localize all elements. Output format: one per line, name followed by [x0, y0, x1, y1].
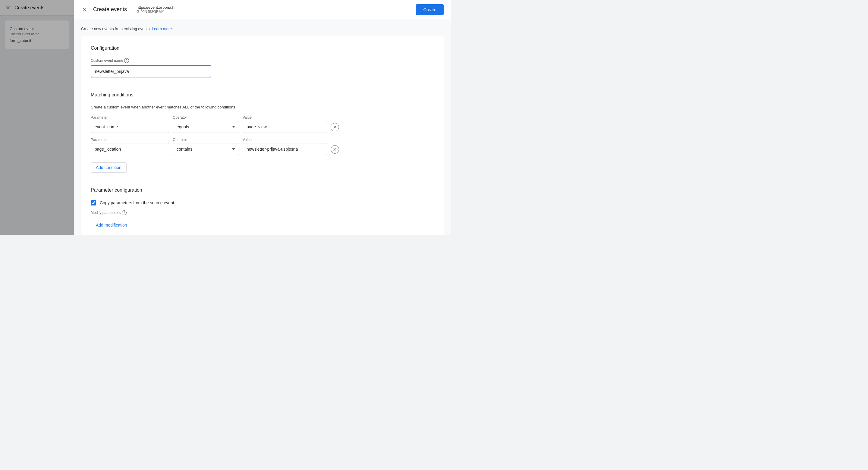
- condition-2-operator-select[interactable]: equals contains starts with ends with do…: [173, 143, 239, 155]
- condition-2-operator-field: Operator equals contains starts with end…: [173, 138, 239, 155]
- condition-1-operator-field: Operator equals contains starts with end…: [173, 115, 239, 133]
- modal-body: Create new events from existing events. …: [74, 19, 451, 235]
- condition-1-value-input[interactable]: [243, 121, 327, 133]
- modal-close-button[interactable]: [81, 6, 88, 13]
- condition-2-param-label: Parameter: [91, 138, 169, 142]
- modify-params-help-icon[interactable]: ?: [122, 210, 127, 215]
- condition-2-remove-button[interactable]: [331, 145, 339, 154]
- condition-2-value-field: Value: [243, 138, 327, 155]
- condition-1-param-input[interactable]: [91, 121, 169, 133]
- modal-header-left: Create events https://event.arbona.hr G-…: [81, 5, 416, 14]
- copy-params-row: Copy parameters from the source event: [91, 200, 434, 206]
- condition-2-operator-label: Operator: [173, 138, 239, 142]
- divider-1: [91, 85, 434, 85]
- modal: Create events https://event.arbona.hr G-…: [74, 0, 451, 235]
- modify-params-label-group: Modify parameters ?: [91, 210, 434, 215]
- divider-2: [91, 180, 434, 180]
- matching-conditions-title: Matching conditions: [91, 92, 434, 98]
- modal-url: https://event.arbona.hr: [136, 5, 176, 10]
- add-condition-button[interactable]: Add condition: [91, 162, 127, 173]
- learn-more-link[interactable]: Learn more: [152, 27, 172, 31]
- add-modification-button[interactable]: Add modification: [91, 220, 132, 230]
- conditions-subtitle: Create a custom event when another event…: [91, 105, 434, 109]
- condition-1-param-field: Parameter: [91, 115, 169, 133]
- modal-property: G-90N458GRMY: [136, 10, 176, 14]
- custom-event-name-group: Custom event name ?: [91, 58, 434, 77]
- condition-1-value-label: Value: [243, 115, 327, 120]
- parameter-configuration-title: Parameter configuration: [91, 187, 434, 193]
- condition-row-1: Parameter Operator equals contains start…: [91, 115, 434, 133]
- content-card: Configuration Custom event name ? Matchi…: [81, 36, 444, 235]
- info-bar: Create new events from existing events. …: [81, 27, 444, 31]
- copy-params-label: Copy parameters from the source event: [100, 200, 174, 205]
- configuration-section-title: Configuration: [91, 45, 434, 51]
- condition-1-operator-label: Operator: [173, 115, 239, 120]
- condition-row-2: Parameter Operator equals contains start…: [91, 138, 434, 155]
- create-button[interactable]: Create: [416, 4, 444, 15]
- condition-1-remove-button[interactable]: [331, 123, 339, 131]
- custom-event-name-input[interactable]: [91, 65, 211, 77]
- modal-url-group: https://event.arbona.hr G-90N458GRMY: [136, 5, 176, 14]
- condition-2-value-label: Value: [243, 138, 327, 142]
- modal-header: Create events https://event.arbona.hr G-…: [74, 0, 451, 19]
- custom-event-name-label: Custom event name ?: [91, 58, 434, 63]
- condition-1-value-field: Value: [243, 115, 327, 133]
- condition-2-value-input[interactable]: [243, 143, 327, 155]
- condition-1-param-label: Parameter: [91, 115, 169, 120]
- modal-title-group: Create events: [93, 6, 127, 13]
- copy-params-checkbox[interactable]: [91, 200, 96, 206]
- info-text: Create new events from existing events.: [81, 27, 151, 31]
- condition-1-operator-select[interactable]: equals contains starts with ends with do…: [173, 121, 239, 133]
- condition-2-param-field: Parameter: [91, 138, 169, 155]
- modify-params-label: Modify parameters: [91, 211, 121, 215]
- modal-title: Create events: [93, 6, 127, 13]
- condition-2-param-input[interactable]: [91, 143, 169, 155]
- custom-event-help-icon[interactable]: ?: [124, 58, 129, 63]
